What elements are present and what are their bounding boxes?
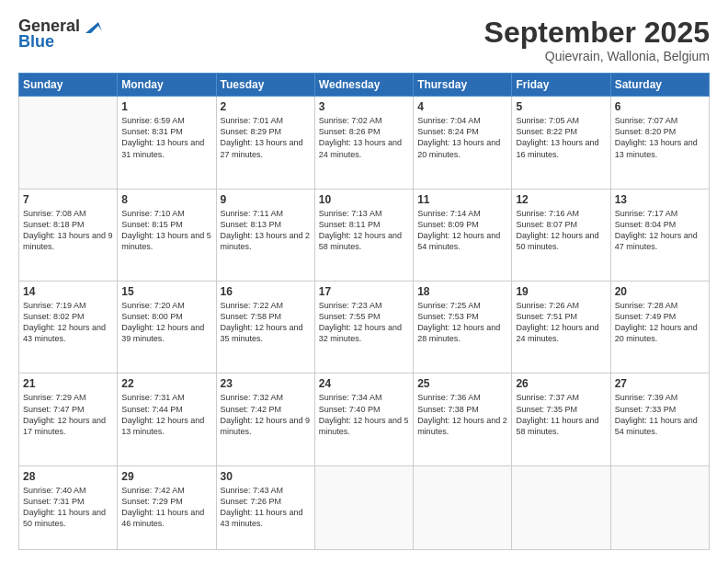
calendar-cell: 14Sunrise: 7:19 AMSunset: 8:02 PMDayligh… (19, 282, 118, 373)
weekday-header-thursday: Thursday (414, 74, 512, 97)
week-row-4: 21Sunrise: 7:29 AMSunset: 7:47 PMDayligh… (19, 373, 710, 465)
title-block: September 2025 Quievrain, Wallonia, Belg… (484, 17, 710, 63)
cell-info: Sunrise: 7:17 AMSunset: 8:04 PMDaylight:… (615, 208, 705, 253)
cell-info: Sunrise: 7:25 AMSunset: 7:53 PMDaylight:… (417, 300, 507, 345)
week-row-5: 28Sunrise: 7:40 AMSunset: 7:31 PMDayligh… (19, 465, 710, 549)
day-number: 6 (615, 100, 705, 113)
day-number: 2 (221, 100, 311, 113)
cell-info: Sunrise: 7:31 AMSunset: 7:44 PMDaylight:… (121, 392, 211, 437)
cell-info: Sunrise: 7:01 AMSunset: 8:29 PMDaylight:… (221, 115, 311, 160)
calendar-cell: 30Sunrise: 7:43 AMSunset: 7:26 PMDayligh… (216, 465, 314, 549)
cell-info: Sunrise: 7:34 AMSunset: 7:40 PMDaylight:… (319, 392, 409, 437)
day-number: 4 (417, 100, 507, 113)
day-number: 3 (319, 100, 409, 113)
day-number: 26 (516, 377, 606, 390)
week-row-1: 1Sunrise: 6:59 AMSunset: 8:31 PMDaylight… (19, 97, 710, 189)
cell-info: Sunrise: 7:40 AMSunset: 7:31 PMDaylight:… (23, 485, 113, 530)
cell-info: Sunrise: 7:07 AMSunset: 8:20 PMDaylight:… (615, 115, 705, 160)
cell-info: Sunrise: 7:39 AMSunset: 7:33 PMDaylight:… (615, 392, 705, 437)
day-number: 14 (23, 285, 113, 298)
cell-info: Sunrise: 7:05 AMSunset: 8:22 PMDaylight:… (516, 115, 606, 160)
day-number: 22 (121, 377, 211, 390)
day-number: 7 (23, 193, 113, 206)
day-number: 10 (319, 193, 409, 206)
calendar-cell: 24Sunrise: 7:34 AMSunset: 7:40 PMDayligh… (314, 373, 413, 465)
cell-info: Sunrise: 7:42 AMSunset: 7:29 PMDaylight:… (121, 485, 211, 530)
calendar-cell (610, 465, 709, 549)
calendar-cell: 26Sunrise: 7:37 AMSunset: 7:35 PMDayligh… (512, 373, 610, 465)
day-number: 27 (615, 377, 705, 390)
cell-info: Sunrise: 7:08 AMSunset: 8:18 PMDaylight:… (23, 208, 113, 253)
calendar-cell: 1Sunrise: 6:59 AMSunset: 8:31 PMDaylight… (118, 97, 216, 189)
calendar-cell: 13Sunrise: 7:17 AMSunset: 8:04 PMDayligh… (610, 189, 709, 281)
weekday-header-friday: Friday (512, 74, 610, 97)
calendar-cell: 18Sunrise: 7:25 AMSunset: 7:53 PMDayligh… (414, 282, 512, 373)
cell-info: Sunrise: 7:20 AMSunset: 8:00 PMDaylight:… (121, 300, 211, 345)
day-number: 29 (121, 470, 211, 483)
calendar-cell: 8Sunrise: 7:10 AMSunset: 8:15 PMDaylight… (118, 189, 216, 281)
weekday-header-tuesday: Tuesday (216, 74, 314, 97)
calendar-cell: 15Sunrise: 7:20 AMSunset: 8:00 PMDayligh… (118, 282, 216, 373)
cell-info: Sunrise: 7:11 AMSunset: 8:13 PMDaylight:… (221, 208, 311, 253)
calendar-cell: 11Sunrise: 7:14 AMSunset: 8:09 PMDayligh… (414, 189, 512, 281)
day-number: 24 (319, 377, 409, 390)
calendar-cell: 6Sunrise: 7:07 AMSunset: 8:20 PMDaylight… (610, 97, 709, 189)
day-number: 28 (23, 470, 113, 483)
cell-info: Sunrise: 7:43 AMSunset: 7:26 PMDaylight:… (221, 485, 311, 530)
day-number: 23 (221, 377, 311, 390)
week-row-2: 7Sunrise: 7:08 AMSunset: 8:18 PMDaylight… (19, 189, 710, 281)
cell-info: Sunrise: 7:23 AMSunset: 7:55 PMDaylight:… (319, 300, 409, 345)
logo: General Blue (18, 17, 102, 52)
day-number: 25 (417, 377, 507, 390)
svg-marker-0 (85, 22, 102, 33)
calendar-cell: 5Sunrise: 7:05 AMSunset: 8:22 PMDaylight… (512, 97, 610, 189)
weekday-header-saturday: Saturday (610, 74, 709, 97)
weekday-header-wednesday: Wednesday (314, 74, 413, 97)
calendar-cell: 20Sunrise: 7:28 AMSunset: 7:49 PMDayligh… (610, 282, 709, 373)
day-number: 19 (516, 285, 606, 298)
day-number: 16 (221, 285, 311, 298)
page: General Blue September 2025 Quievrain, W… (0, 0, 728, 563)
calendar-cell: 23Sunrise: 7:32 AMSunset: 7:42 PMDayligh… (216, 373, 314, 465)
calendar-cell: 21Sunrise: 7:29 AMSunset: 7:47 PMDayligh… (19, 373, 118, 465)
calendar-cell: 3Sunrise: 7:02 AMSunset: 8:26 PMDaylight… (314, 97, 413, 189)
cell-info: Sunrise: 7:02 AMSunset: 8:26 PMDaylight:… (319, 115, 409, 160)
day-number: 30 (221, 470, 311, 483)
weekday-header-sunday: Sunday (19, 74, 118, 97)
cell-info: Sunrise: 7:04 AMSunset: 8:24 PMDaylight:… (417, 115, 507, 160)
calendar-cell (512, 465, 610, 549)
subtitle: Quievrain, Wallonia, Belgium (484, 49, 710, 63)
cell-info: Sunrise: 7:29 AMSunset: 7:47 PMDaylight:… (23, 392, 113, 437)
day-number: 8 (121, 193, 211, 206)
day-number: 20 (615, 285, 705, 298)
cell-info: Sunrise: 7:32 AMSunset: 7:42 PMDaylight:… (221, 392, 311, 437)
calendar-cell: 27Sunrise: 7:39 AMSunset: 7:33 PMDayligh… (610, 373, 709, 465)
calendar-cell (314, 465, 413, 549)
cell-info: Sunrise: 7:10 AMSunset: 8:15 PMDaylight:… (121, 208, 211, 253)
weekday-header-monday: Monday (118, 74, 216, 97)
week-row-3: 14Sunrise: 7:19 AMSunset: 8:02 PMDayligh… (19, 282, 710, 373)
calendar-cell: 16Sunrise: 7:22 AMSunset: 7:58 PMDayligh… (216, 282, 314, 373)
cell-info: Sunrise: 7:22 AMSunset: 7:58 PMDaylight:… (221, 300, 311, 345)
cell-info: Sunrise: 7:36 AMSunset: 7:38 PMDaylight:… (417, 392, 507, 437)
calendar-cell: 12Sunrise: 7:16 AMSunset: 8:07 PMDayligh… (512, 189, 610, 281)
calendar-cell: 4Sunrise: 7:04 AMSunset: 8:24 PMDaylight… (414, 97, 512, 189)
logo-blue-text: Blue (18, 32, 54, 52)
day-number: 12 (516, 193, 606, 206)
calendar-cell: 25Sunrise: 7:36 AMSunset: 7:38 PMDayligh… (414, 373, 512, 465)
day-number: 13 (615, 193, 705, 206)
cell-info: Sunrise: 7:14 AMSunset: 8:09 PMDaylight:… (417, 208, 507, 253)
day-number: 11 (417, 193, 507, 206)
calendar-cell: 9Sunrise: 7:11 AMSunset: 8:13 PMDaylight… (216, 189, 314, 281)
cell-info: Sunrise: 7:16 AMSunset: 8:07 PMDaylight:… (516, 208, 606, 253)
day-number: 1 (121, 100, 211, 113)
cell-info: Sunrise: 7:26 AMSunset: 7:51 PMDaylight:… (516, 300, 606, 345)
month-title: September 2025 (484, 17, 710, 49)
calendar-cell: 19Sunrise: 7:26 AMSunset: 7:51 PMDayligh… (512, 282, 610, 373)
day-number: 5 (516, 100, 606, 113)
day-number: 21 (23, 377, 113, 390)
calendar-cell: 29Sunrise: 7:42 AMSunset: 7:29 PMDayligh… (118, 465, 216, 549)
header: General Blue September 2025 Quievrain, W… (18, 17, 710, 63)
cell-info: Sunrise: 7:28 AMSunset: 7:49 PMDaylight:… (615, 300, 705, 345)
day-number: 9 (221, 193, 311, 206)
